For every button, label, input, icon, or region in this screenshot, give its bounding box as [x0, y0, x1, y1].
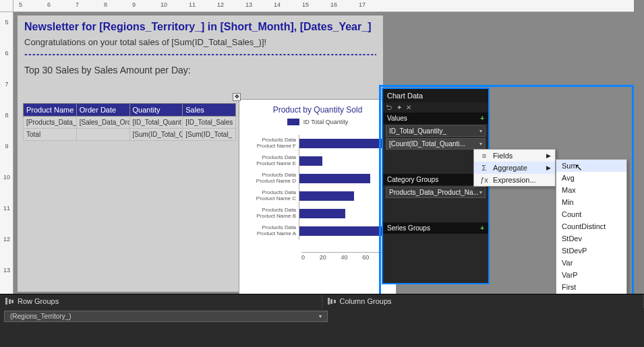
- ruler-tick: 8: [104, 1, 107, 8]
- aggregate-menu-item[interactable]: First: [556, 281, 626, 293]
- aggregate-menu-item[interactable]: Max: [556, 184, 626, 196]
- chart-data-toolbar[interactable]: ⮌ ✦ ✕: [383, 102, 488, 113]
- report-subhead[interactable]: Top 30 Sales by Sales Amount per Day:: [24, 65, 376, 75]
- row-groups-body[interactable]: (Regions_Territory_) ▾: [0, 308, 332, 325]
- category-label: Category Groups: [387, 176, 438, 183]
- table-cell[interactable]: [Sum(ID_Total_: [183, 129, 236, 141]
- move-handle-icon[interactable]: ✥: [233, 93, 241, 101]
- add-value-icon[interactable]: +: [480, 115, 484, 122]
- chart-bar[interactable]: [299, 209, 345, 218]
- chart-bar-label: Products Data Product Name A: [243, 225, 299, 237]
- chart-legend[interactable]: ID Total Quantity: [239, 119, 396, 125]
- chart-x-axis: 020406080: [301, 252, 390, 261]
- chart-bar-row: Products Data Product Name A: [243, 222, 390, 240]
- context-menu-item[interactable]: ΣAggregate▶: [474, 162, 555, 174]
- chart-data-panel-title[interactable]: Chart Data: [383, 89, 488, 102]
- chart-bar[interactable]: [299, 226, 382, 236]
- aggregate-menu-item[interactable]: StDev: [556, 232, 626, 245]
- ruler-tick: 17: [359, 1, 365, 8]
- context-menu-item[interactable]: ƒxExpression...: [474, 174, 555, 186]
- series-drop-zone[interactable]: [383, 234, 488, 257]
- ruler-tick: 10: [1, 174, 12, 181]
- table-cell[interactable]: [Products_Data_: [24, 117, 77, 129]
- category-field[interactable]: Products_Data_Product_Na... ▾: [386, 187, 486, 198]
- ruler-tick: 10: [160, 1, 167, 8]
- table-header-cell[interactable]: Sales: [183, 104, 236, 117]
- table-cell[interactable]: [ID_Total_Quant: [129, 117, 183, 129]
- aggregate-menu-item[interactable]: Sum: [556, 160, 626, 172]
- ruler-tick: 11: [189, 1, 196, 8]
- report-table[interactable]: Product NameOrder DateQuantitySales [Pro…: [23, 103, 236, 141]
- chart-bar-track: [299, 205, 390, 222]
- value-field[interactable]: ID_Total_Quantity_ ▾: [386, 125, 486, 137]
- ruler-tick: 16: [330, 1, 337, 8]
- context-menu[interactable]: ≡Fields▶ΣAggregate▶ƒxExpression...: [473, 149, 556, 187]
- table-row[interactable]: Total[Sum(ID_Total_Q[Sum(ID_Total_: [24, 129, 236, 141]
- context-menu-item[interactable]: ≡Fields▶: [474, 150, 555, 162]
- ruler-tick: 5: [1, 19, 12, 26]
- ruler-tick: 7: [76, 1, 79, 8]
- toolbar-btn[interactable]: ⮌: [386, 104, 392, 111]
- table-cell[interactable]: [76, 129, 129, 141]
- table-header-cell[interactable]: Quantity: [129, 104, 183, 117]
- legend-label: ID Total Quantity: [303, 119, 348, 125]
- values-drop-zone[interactable]: [383, 151, 488, 174]
- aggregate-menu-item[interactable]: Min: [556, 196, 626, 208]
- dropdown-arrow-icon[interactable]: ▾: [479, 128, 482, 134]
- report-congrats-text[interactable]: Congratulations on your total sales of […: [24, 37, 376, 47]
- table-cell[interactable]: Total: [24, 129, 77, 141]
- chart-bar-row: Products Data Product Name E: [243, 152, 390, 170]
- ruler-tick: 9: [132, 1, 136, 8]
- x-tick-label: 40: [341, 254, 347, 261]
- chart-bar[interactable]: [299, 174, 370, 183]
- chart-bar[interactable]: [299, 191, 354, 201]
- chart-region[interactable]: ✥ Product by Quantity Sold ID Total Quan…: [239, 99, 397, 298]
- menu-item-label: Aggregate: [493, 164, 527, 172]
- table-header-cell[interactable]: Order Date: [76, 104, 129, 117]
- values-section-head[interactable]: Values +: [383, 113, 488, 124]
- column-groups-body[interactable]: [332, 308, 644, 325]
- ruler-tick: 12: [1, 236, 12, 243]
- table-header-cell[interactable]: Product Name: [24, 104, 77, 117]
- aggregate-menu-item[interactable]: Var: [556, 257, 626, 269]
- category-drop-zone[interactable]: [383, 199, 488, 222]
- report-page[interactable]: Newsletter for [Regions_Territory_] in […: [17, 15, 384, 292]
- dropdown-arrow-icon[interactable]: ▾: [319, 313, 322, 319]
- series-label: Series Groups: [387, 224, 430, 232]
- report-headline[interactable]: Newsletter for [Regions_Territory_] in […: [24, 21, 376, 33]
- add-series-icon[interactable]: +: [480, 224, 484, 232]
- chart-bar-label: Products Data Product Name E: [243, 155, 299, 167]
- chart-title[interactable]: Product by Quantity Sold: [239, 105, 396, 115]
- row-groups-header[interactable]: Row Groups: [0, 294, 322, 308]
- table-row[interactable]: [Products_Data_[Sales_Data_Ord[ID_Total_…: [24, 117, 236, 129]
- row-groups-icon: [5, 298, 13, 305]
- value-field[interactable]: [Count(ID_Total_Quanti... ▾: [386, 138, 486, 150]
- dropdown-arrow-icon[interactable]: ▾: [479, 141, 482, 147]
- aggregate-menu-item[interactable]: Count: [556, 208, 626, 220]
- field-label: ID_Total_Quantity_: [389, 127, 446, 135]
- chart-bar[interactable]: [299, 139, 390, 148]
- series-section-head[interactable]: Series Groups +: [383, 222, 488, 234]
- row-group-item[interactable]: (Regions_Territory_) ▾: [4, 311, 328, 322]
- column-groups-header[interactable]: Column Groups: [322, 294, 645, 308]
- ruler-tick: 12: [217, 1, 224, 8]
- chart-bar-row: Products Data Product Name F: [243, 135, 390, 152]
- aggregate-menu-item[interactable]: VarP: [556, 269, 626, 281]
- aggregate-menu-item[interactable]: StDevP: [556, 245, 626, 257]
- submenu-arrow-icon: ▶: [546, 152, 551, 159]
- category-section-head[interactable]: Category Groups +: [383, 174, 488, 185]
- toolbar-btn[interactable]: ✕: [406, 104, 411, 111]
- table-cell[interactable]: [Sales_Data_Ord: [76, 117, 129, 129]
- row-group-item-label: (Regions_Territory_): [10, 313, 71, 320]
- chart-bar-row: Products Data Product Name D: [243, 170, 390, 187]
- x-tick-label: 20: [320, 254, 326, 261]
- ruler-tick: 11: [1, 205, 12, 212]
- ruler-vertical: 5678910111213: [0, 12, 13, 294]
- aggregate-menu-item[interactable]: CountDistinct: [556, 220, 626, 232]
- aggregate-menu-item[interactable]: Avg: [556, 172, 626, 184]
- dropdown-arrow-icon[interactable]: ▾: [479, 189, 482, 195]
- table-cell[interactable]: [ID_Total_Sales: [183, 117, 236, 129]
- chart-bar[interactable]: [299, 156, 322, 166]
- toolbar-btn[interactable]: ✦: [397, 104, 402, 111]
- table-cell[interactable]: [Sum(ID_Total_Q: [129, 129, 183, 141]
